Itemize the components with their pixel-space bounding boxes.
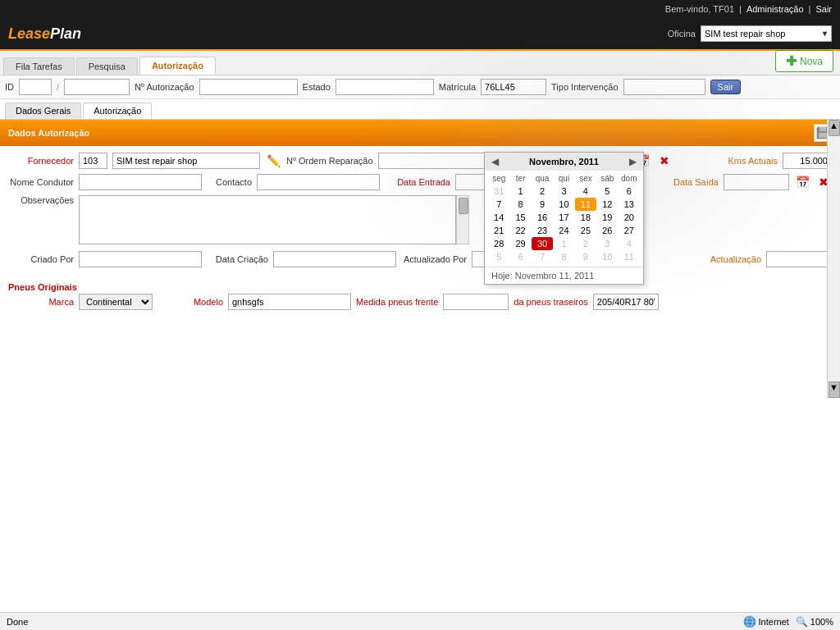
section-title: Dados Autorização [8,128,89,138]
cal-day[interactable]: 5 [488,250,509,263]
id-input2[interactable] [64,79,130,95]
logout-link[interactable]: Sair [815,4,832,14]
subtab-autorizacao[interactable]: Autorização [83,103,152,119]
cal-day[interactable]: 26 [596,224,618,237]
cal-day[interactable]: 7 [488,198,509,211]
scroll-up-arrow[interactable]: ▲ [829,120,840,136]
cal-day[interactable]: 20 [619,211,640,224]
modelo-label: Modelo [158,297,223,307]
zoom-value: 100% [810,617,833,627]
main-content: Dados Autorização Fornecedor ✏️ Nº Ordem… [0,120,840,310]
internet-label: Internet [759,617,789,627]
calendar-popup: ◀ Novembro, 2011 ▶ seg ter qua qui sex s… [484,152,644,285]
criado-por-label: Criado Por [8,254,74,264]
cal-day[interactable]: 5 [596,185,618,198]
main-scrollbar[interactable]: ▲ ▼ [827,120,840,399]
topbar: Bem-vindo, TF01 | Administração | Sair [0,0,840,18]
cal-prev-button[interactable]: ◀ [491,156,499,167]
cal-day[interactable]: 11 [619,250,640,263]
cal-day[interactable]: 8 [509,198,531,211]
status-text: Done [7,617,28,627]
cal-day[interactable]: 29 [509,237,531,250]
estado-label: Estado [303,82,331,92]
statusbar: Done Internet 🔍 100% [0,612,840,630]
cal-day[interactable]: 4 [575,185,596,198]
nome-condutor-label: Nome Condutor [8,177,74,187]
cal-day[interactable]: 22 [509,224,531,237]
cal-day[interactable]: 3 [553,185,574,198]
cal-day-selected[interactable]: 30 [532,237,553,250]
cal-next-button[interactable]: ▶ [629,156,637,167]
cal-day[interactable]: 1 [509,185,531,198]
cal-day[interactable]: 31 [488,185,509,198]
cal-day[interactable]: 2 [575,237,596,250]
status-right: Internet 🔍 100% [743,615,833,628]
cal-day[interactable]: 7 [532,250,553,263]
sep2: | [809,4,811,14]
cal-day-today[interactable]: 11 [575,198,596,211]
cal-day[interactable]: 27 [619,224,640,237]
cal-day[interactable]: 19 [596,211,618,224]
zoom-indicator: 🔍 100% [796,616,833,628]
cal-day[interactable]: 13 [619,198,640,211]
data-criacao-label: Data Criação [207,254,268,264]
nr-autorizacao-input[interactable] [199,79,298,95]
cal-day[interactable]: 6 [619,185,640,198]
welcome-text: Bem-vindo, TF01 [665,4,734,14]
cal-day[interactable]: 3 [596,237,618,250]
cal-day[interactable]: 21 [488,224,509,237]
modelo-input[interactable] [228,294,351,310]
cal-day[interactable]: 16 [532,211,553,224]
marca-label: Marca [8,297,74,307]
cal-day[interactable]: 17 [553,211,574,224]
weekday-dom: dom [619,174,640,183]
weekday-sex: sex [575,174,596,183]
cal-day[interactable]: 18 [575,211,596,224]
contacto-label: Contacto [207,177,252,187]
magnify-icon: 🔍 [796,616,808,628]
calendar-header: ◀ Novembro, 2011 ▶ [485,153,643,171]
edit-fornecedor-button[interactable]: ✏️ [265,153,281,169]
calendar-days: 31 1 2 3 4 5 6 7 8 9 10 11 12 13 14 15 1… [488,185,640,263]
calendar-title: Novembro, 2011 [529,157,599,167]
cal-day[interactable]: 28 [488,237,509,250]
internet-indicator: Internet [743,615,789,628]
weekday-qui: qui [553,174,574,183]
cal-day[interactable]: 8 [553,250,574,263]
calendar-grid: seg ter qua qui sex sáb dom 31 1 2 3 4 5… [485,171,643,267]
admin-link[interactable]: Administração [746,4,804,14]
observacoes-label: Observações [8,195,74,205]
tab-fila[interactable]: Fila Tarefas [3,57,75,75]
tab-pesquisa[interactable]: Pesquisa [76,57,138,75]
fornecedor-id-input[interactable] [79,153,107,169]
cal-day[interactable]: 12 [596,198,618,211]
today-label: Hoje: Novembro 11, 2011 [491,271,594,281]
cal-day[interactable]: 9 [575,250,596,263]
weekday-ter: ter [509,174,531,183]
sep1: | [739,4,742,14]
cal-day[interactable]: 4 [619,237,640,250]
id-input[interactable] [19,79,52,95]
cal-day[interactable]: 25 [575,224,596,237]
cal-day[interactable]: 15 [509,211,531,224]
globe-icon [743,615,756,628]
tab-autorizacao[interactable]: Autorização [139,57,216,75]
cal-day[interactable]: 1 [553,237,574,250]
cal-day[interactable]: 10 [596,250,618,263]
criado-por-input[interactable] [79,251,202,267]
cal-day[interactable]: 14 [488,211,509,224]
cal-day[interactable]: 2 [532,185,553,198]
fornecedor-name-input[interactable] [112,153,260,169]
fornecedor-label: Fornecedor [8,156,74,166]
cal-day[interactable]: 24 [553,224,574,237]
marca-select[interactable]: Continental Michelin Pirelli Bridgestone… [79,294,153,310]
cal-day[interactable]: 23 [532,224,553,237]
nome-condutor-input[interactable] [79,174,202,190]
logo: LeasePlan [8,25,81,43]
cal-day[interactable]: 9 [532,198,553,211]
weekday-seg: seg [488,174,509,183]
subtab-dados-gerais[interactable]: Dados Gerais [5,103,81,119]
cal-day[interactable]: 10 [553,198,574,211]
cal-day[interactable]: 6 [509,250,531,263]
scroll-down-arrow[interactable]: ▼ [829,381,840,398]
